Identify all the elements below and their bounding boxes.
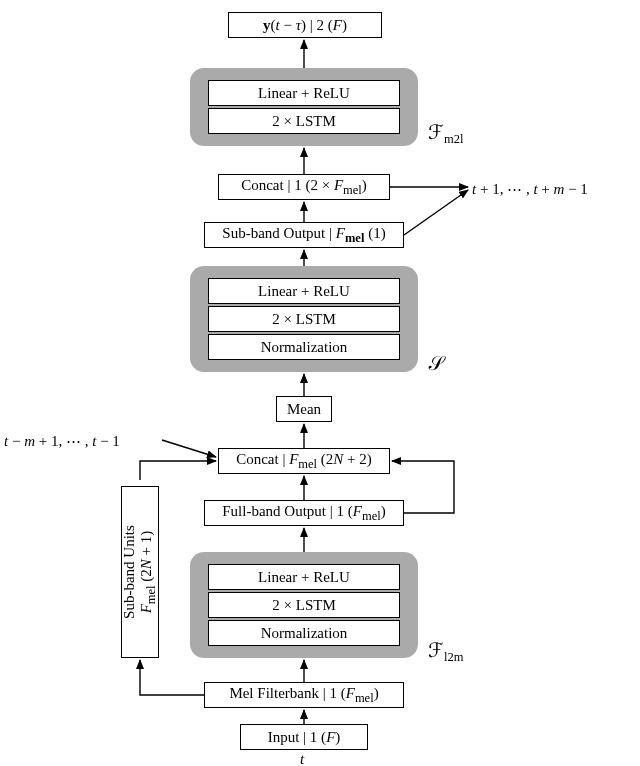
mel-filterbank-text: Mel Filterbank | 1 (Fmel) [229, 685, 378, 706]
label-t-future: t + 1, ⋯ , t + m − 1 [472, 180, 588, 198]
norm-bot: Normalization [208, 620, 400, 646]
fullband-output-text: Full-band Output | 1 (Fmel) [222, 503, 385, 524]
norm-mid: Normalization [208, 334, 400, 360]
linear-relu-bot: Linear + ReLU [208, 564, 400, 590]
subband-output: Sub-band Output | Fmel (1) [204, 222, 404, 248]
concat-mid-text: Concat | Fmel (2N + 2) [236, 451, 372, 472]
subband-units: Sub-band UnitsFmel (2N + 1) [121, 486, 159, 658]
label-s: 𝒮 [428, 352, 442, 375]
subband-units-text: Sub-band UnitsFmel (2N + 1) [121, 525, 158, 619]
lstm-bot: 2 × LSTM [208, 592, 400, 618]
input: Input | 1 (F) [240, 724, 368, 750]
linear-relu-mid: Linear + ReLU [208, 278, 400, 304]
output-y-text: y(t − τ) | 2 (F) [263, 17, 347, 34]
lstm-mid: 2 × LSTM [208, 306, 400, 332]
mean: Mean [276, 396, 332, 422]
input-text: Input | 1 (F) [268, 729, 341, 746]
linear-relu-top: Linear + ReLU [208, 80, 400, 106]
label-f-m2l: ℱm2l [428, 120, 463, 147]
concat-top-text: Concat | 1 (2 × Fmel) [241, 177, 367, 198]
svg-line-10 [162, 440, 216, 457]
concat-mid: Concat | Fmel (2N + 2) [218, 448, 390, 474]
subband-output-text: Sub-band Output | Fmel (1) [222, 225, 385, 246]
lstm-top: 2 × LSTM [208, 108, 400, 134]
concat-top: Concat | 1 (2 × Fmel) [218, 174, 390, 200]
output-y: y(t − τ) | 2 (F) [228, 12, 382, 38]
label-f-l2m: ℱl2m [428, 638, 463, 665]
mel-filterbank: Mel Filterbank | 1 (Fmel) [204, 682, 404, 708]
svg-line-12 [404, 190, 468, 235]
fullband-output: Full-band Output | 1 (Fmel) [204, 500, 404, 526]
label-t-past: t − m + 1, ⋯ , t − 1 [4, 432, 120, 450]
label-t: t [300, 751, 304, 766]
